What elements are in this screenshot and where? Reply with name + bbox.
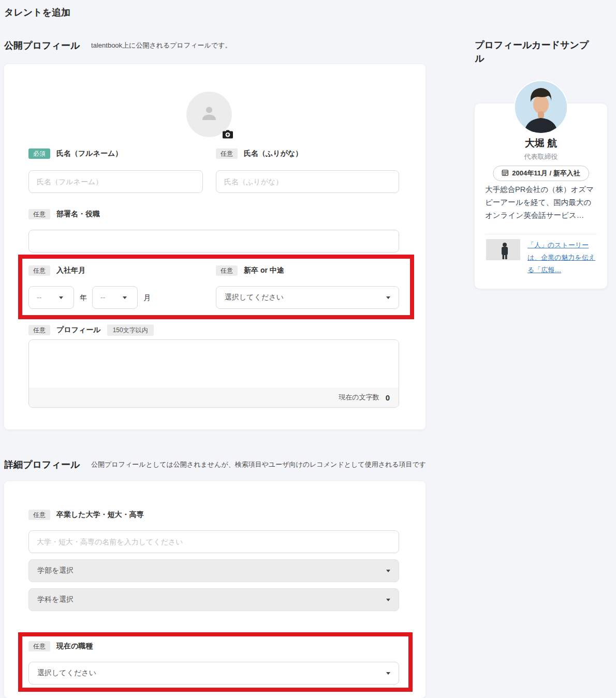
chevron-down-icon	[386, 296, 390, 299]
optional-badge: 任意	[28, 510, 50, 520]
page-title: タレントを追加	[4, 6, 70, 19]
hire-type-label: 新卒 or 中途	[244, 266, 284, 275]
furigana-input[interactable]	[216, 170, 399, 193]
join-month-value: --	[100, 293, 105, 302]
furigana-label: 氏名（ふりがな）	[244, 149, 302, 158]
sample-joined-badge: 2004年11月 / 新卒入社	[493, 166, 589, 181]
char-limit-badge: 150文字以内	[107, 324, 154, 336]
sample-bio: 大手総合PR会社の（株）オズマピーアールを経て、国内最大のオンライン英会話サービ…	[485, 183, 597, 222]
story-link[interactable]: 「人」のストーリーは、企業の魅力を伝える「広報…	[527, 239, 598, 276]
sample-joined-text: 2004年11月 / 新卒入社	[512, 169, 580, 178]
occupation-label-row: 任意 現在の職種	[28, 641, 93, 651]
public-profile-section-header: 公開プロフィール talentbook上に公開されるプロフィールです。	[4, 39, 231, 52]
university-input[interactable]	[28, 530, 399, 553]
camera-icon[interactable]	[223, 129, 233, 139]
char-counter: 現在の文字数 0	[29, 388, 399, 407]
profile-label-row: 任意 プロフィール 150文字以内	[28, 324, 154, 336]
chevron-down-icon	[59, 296, 63, 299]
optional-badge: 任意	[28, 265, 50, 276]
detail-profile-section-header: 詳細プロフィール 公開プロフィールとしては公開されませんが、検索項目やユーザ向け…	[4, 458, 426, 471]
required-badge: 必須	[28, 148, 50, 159]
university-label: 卒業した大学・短大・高専	[56, 510, 144, 519]
sample-avatar	[514, 80, 568, 134]
detail-profile-heading: 詳細プロフィール	[4, 458, 80, 471]
calendar-icon	[502, 169, 508, 177]
month-unit-label: 月	[143, 293, 151, 303]
hire-type-label-row: 任意 新卒 or 中途	[216, 265, 284, 276]
join-month-select[interactable]: --	[92, 286, 138, 309]
optional-badge: 任意	[28, 641, 50, 651]
person-icon	[198, 102, 220, 126]
chevron-down-icon	[386, 599, 390, 601]
chevron-down-icon	[386, 570, 390, 572]
public-profile-subtitle: talentbook上に公開されるプロフィールです。	[91, 41, 231, 50]
year-unit-label: 年	[80, 293, 87, 303]
optional-badge: 任意	[28, 325, 50, 335]
story-thumbnail	[486, 239, 520, 260]
join-date-label: 入社年月	[56, 266, 85, 275]
char-counter-label: 現在の文字数	[339, 393, 379, 402]
optional-badge: 任意	[216, 148, 238, 159]
join-year-select[interactable]: --	[28, 286, 74, 309]
occupation-label: 現在の職種	[56, 642, 93, 651]
detail-profile-subtitle: 公開プロフィールとしては公開されませんが、検索項目やユーザ向けのレコメンドとして…	[91, 460, 426, 469]
hire-type-value: 選択してください	[225, 293, 284, 302]
char-counter-value: 0	[386, 393, 390, 402]
hire-type-select[interactable]: 選択してください	[216, 286, 399, 309]
join-year-value: --	[37, 293, 41, 302]
optional-badge: 任意	[216, 265, 238, 276]
sample-name: 大堀 航	[475, 137, 607, 150]
divider	[485, 234, 597, 234]
sample-card-heading: プロフィールカードサンプル	[475, 38, 595, 65]
department-title-label: 部署名・役職	[56, 210, 100, 219]
join-date-label-row: 任意 入社年月	[28, 265, 85, 276]
full-name-label-row: 必須 氏名（フルネーム）	[28, 148, 122, 159]
add-talent-page: タレントを追加 公開プロフィール talentbook上に公開されるプロフィール…	[0, 0, 616, 698]
full-name-input[interactable]	[28, 170, 203, 193]
sample-job-title: 代表取締役	[475, 152, 607, 161]
full-name-label: 氏名（フルネーム）	[56, 149, 122, 158]
faculty-select[interactable]: 学部を選択	[28, 559, 399, 582]
department-select[interactable]: 学科を選択	[28, 588, 399, 611]
profile-label: プロフィール	[56, 325, 101, 335]
chevron-down-icon	[386, 672, 390, 675]
public-profile-card: 必須 氏名（フルネーム） 任意 氏名（ふりがな） 任意 部署名・役職 任意 入社…	[4, 64, 426, 429]
public-profile-heading: 公開プロフィール	[4, 39, 80, 52]
detail-profile-card: 任意 卒業した大学・短大・高専 学部を選択 学科を選択 任意 現在の職種 選択し…	[4, 481, 426, 698]
university-label-row: 任意 卒業した大学・短大・高専	[28, 510, 144, 520]
occupation-select-value: 選択してください	[37, 669, 96, 678]
department-title-label-row: 任意 部署名・役職	[28, 209, 100, 219]
department-title-input[interactable]	[28, 230, 399, 253]
chevron-down-icon	[123, 296, 127, 299]
optional-badge: 任意	[28, 209, 50, 219]
profile-textarea[interactable]	[29, 340, 399, 388]
faculty-select-value: 学部を選択	[37, 566, 74, 575]
profile-textarea-block: 現在の文字数 0	[28, 339, 399, 408]
sample-story-row: 「人」のストーリーは、企業の魅力を伝える「広報…	[486, 239, 598, 276]
avatar-upload[interactable]	[186, 92, 232, 137]
furigana-label-row: 任意 氏名（ふりがな）	[216, 148, 302, 159]
department-select-value: 学科を選択	[37, 595, 74, 604]
occupation-select[interactable]: 選択してください	[28, 662, 399, 685]
